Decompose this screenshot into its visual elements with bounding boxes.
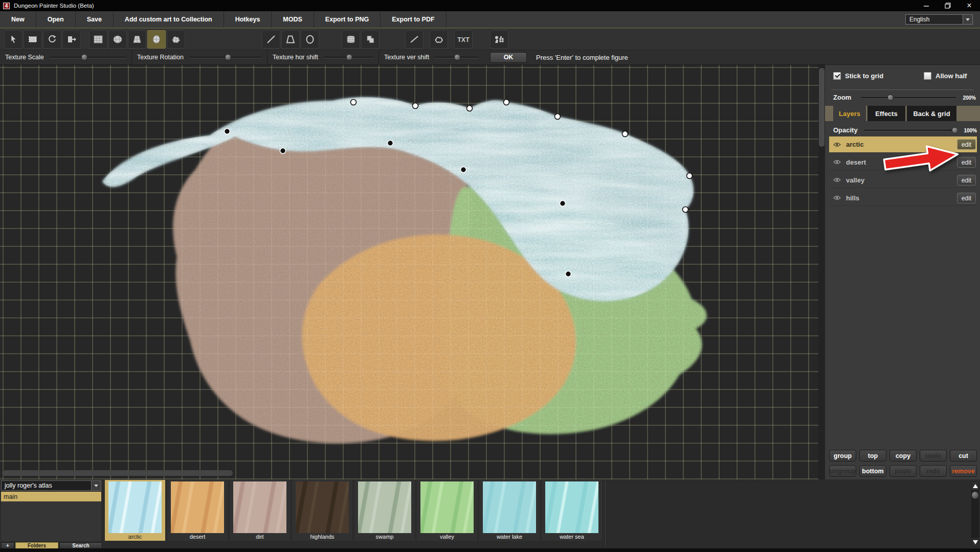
polygon-outline-tool-icon[interactable] — [281, 30, 300, 49]
restore-icon[interactable] — [937, 0, 959, 11]
layer-row-arctic[interactable]: arctic edit — [829, 136, 977, 152]
control-point-filled[interactable] — [461, 167, 466, 173]
control-point-filled[interactable] — [225, 129, 230, 134]
texture-tile-swamp[interactable]: swamp — [354, 480, 415, 541]
atlas-dropdown-icon[interactable] — [91, 481, 101, 490]
language-dropdown-icon[interactable] — [963, 15, 972, 24]
texture-tile-highlands[interactable]: highlands — [292, 480, 352, 541]
control-point-filled[interactable] — [280, 148, 286, 154]
remove-button[interactable]: remove — [950, 465, 977, 477]
control-point-open[interactable] — [622, 131, 628, 137]
texture-tile-water-lake[interactable]: water lake — [479, 480, 540, 541]
close-icon[interactable]: × — [959, 0, 980, 11]
menu-mods[interactable]: MODS — [272, 11, 314, 28]
bottom-button[interactable]: bottom — [859, 465, 886, 477]
marquee-tool-icon[interactable] — [24, 30, 42, 49]
layer-row-valley[interactable]: valley edit — [829, 172, 977, 188]
zoom-slider[interactable] — [861, 97, 956, 99]
menu-save[interactable]: Save — [76, 11, 114, 28]
grid-ellipse-tool-icon[interactable] — [108, 30, 127, 49]
menu-hotkeys[interactable]: Hotkeys — [224, 11, 272, 28]
grid-polygon-tool-icon[interactable] — [128, 30, 146, 49]
menu-export-pdf[interactable]: Export to PDF — [381, 11, 446, 28]
texture-hor-shift-thumb[interactable] — [346, 54, 352, 60]
text-tool-icon[interactable]: TXT — [454, 30, 473, 49]
stick-to-grid-checkbox[interactable]: Stick to grid — [833, 72, 883, 80]
tab-layers[interactable]: Layers — [833, 106, 866, 121]
menu-new[interactable]: New — [0, 11, 36, 28]
texture-tile-arctic[interactable]: arctic — [105, 480, 165, 541]
texture-tile-dirt[interactable]: dirt — [230, 480, 290, 541]
edit-layer-button[interactable]: edit — [957, 157, 976, 168]
browser-scrollbar[interactable] — [971, 481, 979, 547]
ungroup-button[interactable]: ungroup — [829, 465, 856, 477]
control-point-open[interactable] — [351, 100, 357, 105]
menu-add-custom-art[interactable]: Add custom art to Collection — [114, 11, 224, 28]
texture-tile-valley[interactable]: valley — [417, 480, 477, 541]
cloud-outline-tool-icon[interactable] — [430, 30, 448, 49]
zoom-slider-thumb[interactable] — [887, 95, 894, 101]
rotate-tool-icon[interactable] — [43, 30, 61, 49]
atlas-select[interactable]: jolly roger's atlas — [1, 480, 101, 491]
canvas-vertical-scrollbar-thumb[interactable] — [819, 68, 825, 147]
allow-half-checkbox-icon[interactable] — [924, 72, 931, 80]
control-point-open[interactable] — [413, 103, 418, 109]
texture-scale-slider[interactable] — [49, 57, 126, 58]
menu-open[interactable]: Open — [36, 11, 76, 28]
undo-button[interactable]: undo — [920, 450, 947, 462]
map-canvas[interactable] — [0, 65, 825, 479]
group-button[interactable]: group — [829, 450, 856, 462]
cut-button[interactable]: cut — [950, 450, 977, 462]
select-tool-icon[interactable] — [4, 30, 23, 49]
visibility-eye-icon[interactable] — [833, 159, 841, 165]
folder-item-main[interactable]: main — [1, 492, 101, 501]
control-point-open[interactable] — [683, 207, 688, 213]
control-point-filled[interactable] — [566, 271, 571, 277]
cylinder-tool-icon[interactable] — [342, 30, 360, 49]
menu-export-png[interactable]: Export to PNG — [314, 11, 381, 28]
allow-half-checkbox[interactable]: Allow half — [924, 72, 967, 80]
scroll-down-icon[interactable] — [972, 538, 978, 546]
edit-layer-button[interactable]: edit — [957, 139, 976, 150]
layer-row-desert[interactable]: desert edit — [829, 154, 977, 170]
edit-layer-button[interactable]: edit — [957, 193, 976, 203]
texture-tile-desert[interactable]: desert — [167, 480, 228, 541]
texture-ver-shift-thumb[interactable] — [454, 54, 461, 60]
line-tool-icon[interactable] — [262, 30, 280, 49]
line-segment-tool-icon[interactable] — [405, 30, 424, 49]
ok-button[interactable]: OK — [490, 52, 527, 63]
texture-tile-water-sea[interactable]: water sea — [542, 480, 602, 541]
redo-button[interactable]: redo — [920, 465, 947, 477]
control-point-filled[interactable] — [560, 201, 566, 206]
texture-ver-shift-slider[interactable] — [434, 57, 479, 58]
control-point-open[interactable] — [467, 106, 473, 111]
ellipse-outline-tool-icon[interactable] — [301, 30, 319, 49]
texture-rotation-thumb[interactable] — [225, 54, 232, 60]
move-export-tool-icon[interactable] — [62, 30, 81, 49]
grid-blob-tool-icon[interactable] — [147, 30, 166, 49]
canvas-vertical-scrollbar[interactable] — [818, 65, 825, 479]
stick-to-grid-checkbox-icon[interactable] — [833, 72, 841, 80]
browser-scrollbar-thumb[interactable] — [972, 492, 978, 499]
visibility-eye-icon[interactable] — [833, 142, 841, 147]
minimize-icon[interactable] — [916, 0, 937, 11]
canvas-horizontal-scrollbar-thumb[interactable] — [2, 470, 233, 476]
tab-back-and-grid[interactable]: Back & grid — [907, 106, 956, 121]
grid-cloud-tool-icon[interactable] — [167, 30, 185, 49]
texture-hor-shift-slider[interactable] — [323, 57, 373, 58]
tab-effects[interactable]: Effects — [867, 106, 905, 121]
texture-rotation-slider[interactable] — [189, 57, 262, 58]
visibility-eye-icon[interactable] — [833, 195, 841, 200]
copy-button[interactable]: copy — [889, 450, 917, 462]
control-point-open[interactable] — [555, 114, 561, 120]
union-tool-icon[interactable] — [361, 30, 380, 49]
control-point-open[interactable] — [687, 173, 693, 179]
opacity-slider-thumb[interactable] — [951, 127, 958, 134]
control-point-open[interactable] — [504, 100, 509, 105]
visibility-eye-icon[interactable] — [833, 177, 841, 182]
paste-button[interactable]: paste — [889, 465, 917, 477]
layer-row-hills[interactable]: hills edit — [829, 190, 977, 206]
grid-rect-tool-icon[interactable] — [89, 30, 107, 49]
scroll-up-icon[interactable] — [972, 482, 978, 490]
opacity-slider[interactable] — [864, 130, 957, 131]
